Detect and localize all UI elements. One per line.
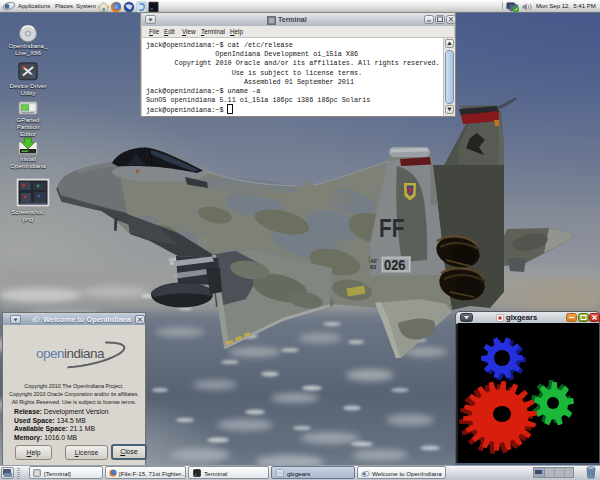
svg-text:83: 83 — [370, 264, 376, 270]
svg-text:openindiana: openindiana — [36, 346, 105, 361]
svg-text:FF: FF — [379, 214, 404, 243]
svg-text:23: 23 — [197, 235, 208, 245]
svg-text:026: 026 — [384, 258, 405, 274]
